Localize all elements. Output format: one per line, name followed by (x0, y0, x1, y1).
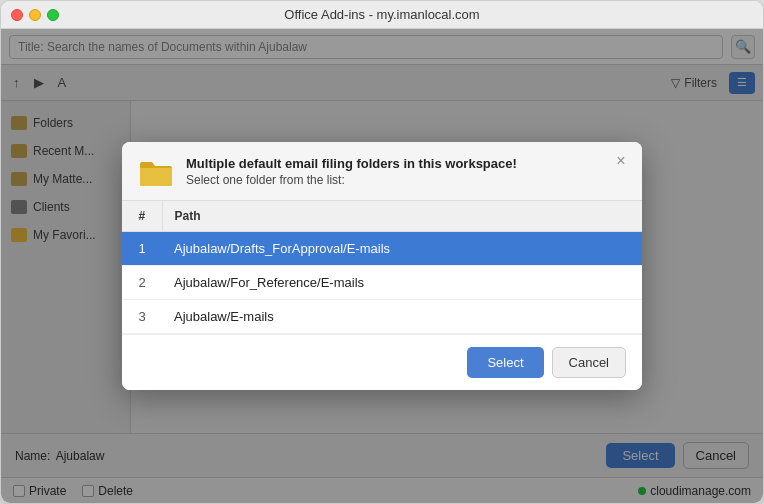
minimize-window-button[interactable] (29, 9, 41, 21)
modal-table-container: # Path 1Ajubalaw/Drafts_ForApproval/E-ma… (122, 201, 642, 334)
modal-header: Multiple default email filing folders in… (122, 142, 642, 201)
table-cell-num: 2 (122, 266, 162, 300)
column-header-path: Path (162, 201, 642, 232)
modal-footer: Select Cancel (122, 334, 642, 390)
close-window-button[interactable] (11, 9, 23, 21)
table-cell-path: Ajubalaw/Drafts_ForApproval/E-mails (162, 232, 642, 266)
modal-select-button[interactable]: Select (467, 347, 543, 378)
table-row[interactable]: 1Ajubalaw/Drafts_ForApproval/E-mails (122, 232, 642, 266)
folders-table: # Path 1Ajubalaw/Drafts_ForApproval/E-ma… (122, 201, 642, 334)
traffic-lights (11, 9, 59, 21)
table-row[interactable]: 3Ajubalaw/E-mails (122, 300, 642, 334)
table-row[interactable]: 2Ajubalaw/For_Reference/E-mails (122, 266, 642, 300)
modal-close-button[interactable]: × (612, 152, 630, 170)
modal-title: Multiple default email filing folders in… (186, 156, 626, 171)
folder-icon-modal (138, 158, 174, 188)
table-cell-num: 3 (122, 300, 162, 334)
titlebar: Office Add-ins - my.imanlocal.com (1, 1, 763, 29)
modal-cancel-button[interactable]: Cancel (552, 347, 626, 378)
window-title: Office Add-ins - my.imanlocal.com (284, 7, 479, 22)
column-header-num: # (122, 201, 162, 232)
modal-overlay: Multiple default email filing folders in… (1, 29, 763, 503)
table-cell-path: Ajubalaw/For_Reference/E-mails (162, 266, 642, 300)
modal-subtitle: Select one folder from the list: (186, 173, 626, 187)
maximize-window-button[interactable] (47, 9, 59, 21)
main-content: Title: Search the names of Documents wit… (1, 29, 763, 503)
table-cell-num: 1 (122, 232, 162, 266)
main-window: Office Add-ins - my.imanlocal.com Title:… (0, 0, 764, 504)
table-cell-path: Ajubalaw/E-mails (162, 300, 642, 334)
folder-selection-modal: Multiple default email filing folders in… (122, 142, 642, 390)
modal-header-text: Multiple default email filing folders in… (186, 156, 626, 187)
table-header-row: # Path (122, 201, 642, 232)
